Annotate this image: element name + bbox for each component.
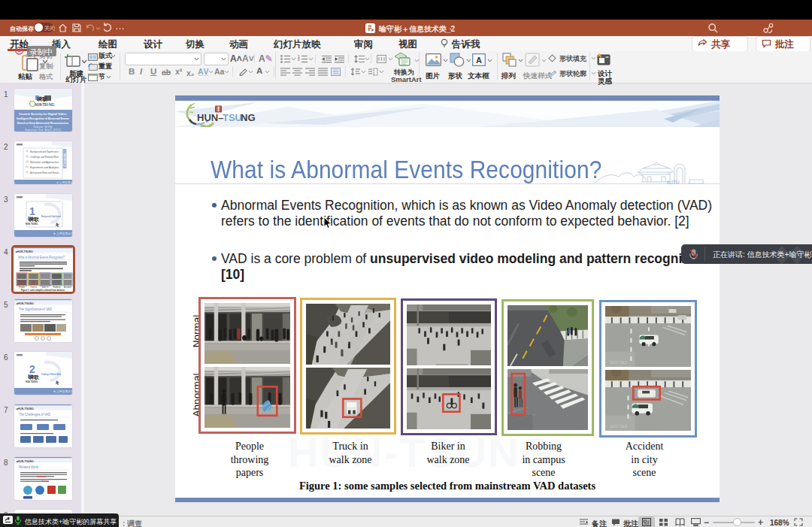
svg-text:What is Abnormal Events Recogn: What is Abnormal Events Recognition? xyxy=(18,255,65,259)
svg-text:⸙HUN-TSUNG: ⸙HUN-TSUNG xyxy=(16,407,34,410)
svg-text:Motivation and Approaches: Motivation and Approaches xyxy=(30,161,59,164)
svg-text:Experiment and Analysis: Experiment and Analysis xyxy=(30,166,59,169)
svg-text:A: A xyxy=(476,56,482,65)
svg-text:Intelligent Recognition of Abn: Intelligent Recognition of Abnormal Even… xyxy=(17,117,69,120)
svg-text:Anticipated Work and Result: Anticipated Work and Result xyxy=(30,171,59,174)
svg-text:Supervisor: Prof. 蒋兴浩 (SJTU): Supervisor: Prof. 蒋兴浩 (SJTU) xyxy=(25,129,61,132)
svg-text:NG: NG xyxy=(241,112,256,123)
svg-text:NG: NG xyxy=(49,102,55,107)
svg-text:Challenge & Related Work: Challenge & Related Work xyxy=(41,372,61,376)
svg-text:Related Work: Related Work xyxy=(19,465,38,469)
svg-text:Background & Significance: Background & Significance xyxy=(41,214,61,218)
svg-text:⸙HUN-TSUNG: ⸙HUN-TSUNG xyxy=(16,460,34,463)
svg-text:2: 2 xyxy=(298,58,300,62)
svg-text:lsJTU: lsJTU xyxy=(667,180,680,185)
svg-text:The Significance of VAD: The Significance of VAD xyxy=(19,307,52,311)
svg-text:HUN-TSUNG: HUN-TSUNG xyxy=(26,380,38,383)
svg-text:Accident: Accident xyxy=(64,286,71,289)
svg-text:12/17 09:2: 12/17 09:2 xyxy=(610,360,627,365)
svg-text:HUN–: HUN– xyxy=(197,112,223,123)
svg-text:Figure 1: some samples selecte: Figure 1: some samples selected from dat… xyxy=(21,289,65,292)
svg-text:⸙HUN-TSUNG: ⸙HUN-TSUNG xyxy=(15,250,33,253)
svg-text:Challenge and Related Work: Challenge and Related Work xyxy=(30,156,59,159)
svg-text:⊕ 上海交通大学: ⊕ 上海交通大学 xyxy=(53,389,72,393)
svg-text:Content Security for Digital V: Content Security for Digital Video: xyxy=(19,112,68,116)
svg-text:HUN-TSUNG: HUN-TSUNG xyxy=(26,223,38,226)
svg-text:Background and Significance: Background and Significance xyxy=(30,150,59,153)
svg-text:12/17 09:2: 12/17 09:2 xyxy=(610,424,627,429)
svg-text:⊕ 上海交通大学: ⊕ 上海交通大学 xyxy=(53,232,72,235)
svg-text:Based on Deep Adversarial Reco: Based on Deep Adversarial Reconstruction xyxy=(17,121,68,125)
svg-text:HUN-TSU: HUN-TSU xyxy=(35,102,48,107)
svg-text:The Challenges of VAD: The Challenges of VAD xyxy=(19,412,50,416)
svg-text:2: 2 xyxy=(29,363,35,375)
svg-text:⊕ 上海交通大学: ⊕ 上海交通大学 xyxy=(56,180,72,184)
svg-text:1: 1 xyxy=(29,205,35,217)
svg-text:Contents: Contents xyxy=(63,153,67,167)
svg-text:⸙HUN-TSUNG: ⸙HUN-TSUNG xyxy=(16,302,34,305)
svg-text:TSU: TSU xyxy=(223,112,242,123)
